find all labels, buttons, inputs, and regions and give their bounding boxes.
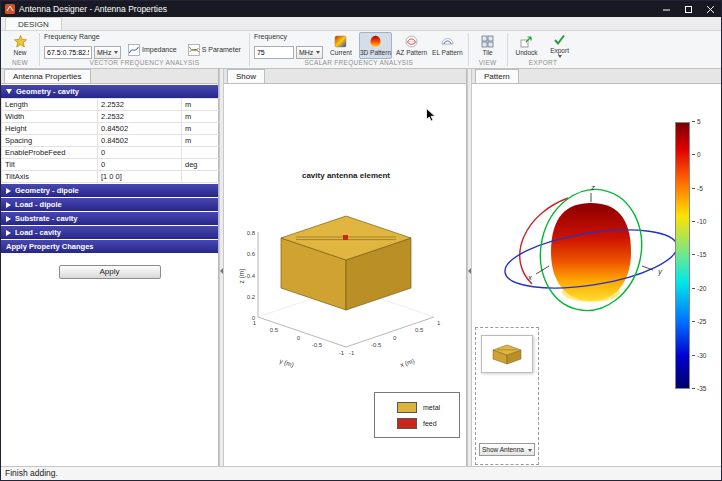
splitter-collapse-handle[interactable] [468, 268, 471, 274]
section-geometry-dipole[interactable]: Geometry - dipole [1, 184, 218, 197]
property-value[interactable]: 0.84502 [98, 123, 182, 135]
chevron-right-icon [6, 230, 11, 236]
section-apply-property-changes[interactable]: Apply Property Changes [1, 240, 218, 253]
colorbar-tick: 0 [692, 151, 701, 158]
frequency-input[interactable] [254, 46, 294, 59]
section-label-view: VIEW [469, 59, 507, 68]
window-controls [655, 1, 721, 17]
property-name: Height [2, 123, 98, 135]
property-unit [182, 171, 220, 183]
tab-design[interactable]: DESIGN [5, 17, 62, 30]
x-tick: 0 [393, 335, 397, 341]
antenna-properties-panel: Antenna Properties Geometry - cavity Len… [1, 69, 219, 466]
colorbar-tick: -35 [692, 385, 706, 392]
maximize-button[interactable] [677, 1, 699, 17]
chevron-right-icon [6, 216, 11, 222]
group-new: New NEW [1, 31, 39, 68]
splitter-collapse-handle[interactable] [220, 268, 223, 274]
section-label: Load - dipole [15, 200, 62, 209]
pattern-3d-label: 3D Pattern [360, 49, 391, 56]
table-row: Length 2.2532 m [2, 99, 220, 111]
current-button[interactable]: Current [326, 32, 356, 59]
property-name: TiltAxis [2, 171, 98, 183]
main-area: Antenna Properties Geometry - cavity Len… [1, 69, 721, 466]
undock-label: Undock [516, 49, 538, 56]
property-value[interactable]: 2.2532 [98, 111, 182, 123]
z-tick: 0.4 [247, 273, 256, 279]
close-button[interactable] [699, 1, 721, 17]
x-tick: 0.5 [415, 327, 424, 333]
tab-show[interactable]: Show [227, 69, 265, 83]
ribbon-tab-bar: DESIGN [1, 17, 721, 31]
property-unit [182, 147, 220, 159]
feed-marker [343, 235, 348, 240]
property-value[interactable]: 0 [98, 159, 182, 171]
s-parameter-button[interactable]: S Parameter [184, 42, 245, 57]
new-antenna-button[interactable]: New [5, 32, 35, 59]
colorbar-ticks: 5 0 -5 -10 -15 -20 -25 -30 -35 [692, 84, 718, 466]
show-antenna-dropdown[interactable]: Show Antenna [479, 443, 535, 456]
metal-swatch [397, 402, 417, 413]
pattern-3d-button[interactable]: 3D Pattern [359, 32, 392, 59]
legend-item-metal: metal [375, 399, 459, 415]
minimize-button[interactable] [655, 1, 677, 17]
frequency-label: Frequency [254, 33, 323, 40]
section-geometry-cavity[interactable]: Geometry - cavity [1, 85, 218, 98]
section-load-cavity[interactable]: Load - cavity [1, 226, 218, 239]
section-substrate-cavity[interactable]: Substrate - cavity [1, 212, 218, 225]
tile-icon [481, 35, 494, 48]
table-row: Height 0.84502 m [2, 123, 220, 135]
x-axis-label: x (m) [399, 357, 416, 369]
undock-button[interactable]: Undock [512, 32, 542, 59]
current-label: Current [330, 49, 352, 56]
section-load-dipole[interactable]: Load - dipole [1, 198, 218, 211]
impedance-icon [128, 44, 140, 56]
antenna-preview-card [481, 335, 533, 373]
undock-icon [520, 35, 533, 48]
s-parameter-icon [188, 44, 200, 56]
titlebar: Antenna Designer - Antenna Properties [1, 1, 721, 17]
tab-antenna-properties[interactable]: Antenna Properties [4, 69, 91, 83]
plot-title: cavity antenna element [302, 171, 390, 180]
tile-button[interactable]: Tile [473, 32, 503, 59]
property-value[interactable]: 0.84502 [98, 135, 182, 147]
x-tick: 1 [437, 320, 441, 326]
table-row: TiltAxis [1 0 0] [2, 171, 220, 183]
az-pattern-button[interactable]: AZ Pattern [395, 32, 428, 59]
section-label-new: NEW [1, 59, 39, 68]
frequency-group: Frequency MHz [254, 33, 323, 59]
property-value[interactable]: 2.2532 [98, 99, 182, 111]
legend-item-feed: feed [375, 415, 459, 431]
close-icon [707, 6, 714, 13]
geometry-panel: Show cavity antenna element 0.8 0.6 0.4 … [224, 69, 467, 466]
az-pattern-label: AZ Pattern [396, 49, 427, 56]
impedance-button[interactable]: Impedance [124, 42, 181, 57]
apply-button[interactable]: Apply [59, 265, 161, 279]
frequency-range-input[interactable] [44, 46, 92, 59]
property-unit: deg [182, 159, 220, 171]
window-title: Antenna Designer - Antenna Properties [19, 4, 167, 14]
el-pattern-button[interactable]: EL Pattern [431, 32, 463, 59]
frequency-range-unit-dropdown[interactable]: MHz [94, 46, 121, 59]
x-tick: -1 [349, 350, 355, 356]
show-antenna-label: Show Antenna [482, 446, 524, 453]
export-button[interactable]: Export [545, 32, 575, 59]
table-row: Width 2.2532 m [2, 111, 220, 123]
chevron-down-icon [316, 51, 320, 54]
tab-pattern[interactable]: Pattern [475, 69, 519, 83]
colorbar-tick: 5 [692, 118, 701, 125]
ribbon-toolbar: New NEW Frequency Range MHz [1, 31, 721, 69]
colorbar-tick: -10 [692, 218, 706, 225]
property-value[interactable]: 0 [98, 147, 182, 159]
y-tick: -1 [339, 350, 345, 356]
pattern-panel: Pattern [472, 69, 721, 466]
s-parameter-label: S Parameter [202, 46, 241, 53]
property-value[interactable]: [1 0 0] [98, 171, 182, 183]
properties-table: Length 2.2532 m Width 2.2532 m Height 0.… [1, 98, 220, 183]
frequency-unit-dropdown[interactable]: MHz [296, 46, 323, 59]
y-tick: 0 [297, 335, 301, 341]
tile-label: Tile [482, 49, 492, 56]
group-vector-frequency-analysis: Frequency Range MHz Impedance [40, 31, 249, 68]
colorbar-tick: -15 [692, 251, 706, 258]
section-label-scalar: SCALAR FREQUENCY ANALYSIS [250, 59, 468, 68]
